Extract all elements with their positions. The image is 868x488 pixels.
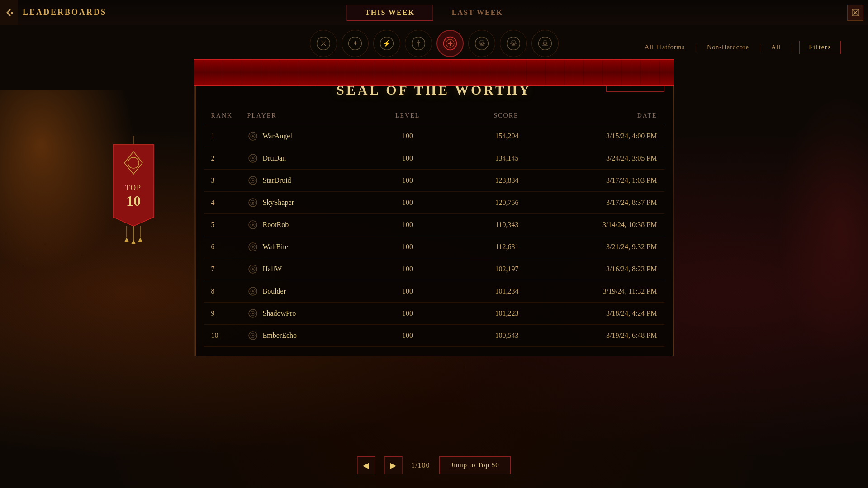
svg-point-47 (252, 157, 254, 159)
svg-text:TOP: TOP (125, 184, 142, 191)
necromancer-icon: † (410, 35, 427, 52)
jump-top50-button[interactable]: Jump to Top 50 (439, 456, 511, 474)
table-body: 1 WarAngel 100 154,204 3/15/24, 4:00 PM … (204, 125, 664, 347)
player-name: StarDruid (263, 176, 291, 185)
player-class-icon (247, 308, 258, 319)
player-name: WarAngel (263, 132, 292, 140)
table-row[interactable]: 9 ShadowPro 100 101,223 3/18/24, 4:24 PM (204, 303, 664, 325)
svg-text:10: 10 (126, 193, 141, 209)
table-row[interactable]: 8 Boulder 100 101,234 3/19/24, 11:32 PM (204, 280, 664, 303)
svg-marker-0 (6, 9, 11, 16)
level-cell: 100 (368, 125, 446, 147)
skull3-icon: ☠ (537, 35, 553, 52)
player-cell: ShadowPro (240, 303, 369, 325)
table-row[interactable]: 4 SkyShaper 100 120,756 3/17/24, 8:37 PM (204, 192, 664, 214)
filter-all-platforms[interactable]: All Platforms (641, 42, 688, 53)
svg-point-68 (252, 313, 254, 314)
class-icon-skull3[interactable]: ☠ (531, 30, 559, 57)
class-icon-skull2[interactable]: ☠ (500, 30, 527, 57)
rank-cell: 6 (204, 236, 240, 258)
table-row[interactable]: 5 RootRob 100 119,343 3/14/24, 10:38 PM (204, 214, 664, 236)
player-cell: HallW (240, 258, 369, 280)
leaderboard-table-wrapper: Rank Player Level Score Date 1 (195, 107, 674, 356)
level-cell: 100 (368, 170, 446, 192)
class-icon-rogue[interactable]: ⚡ (373, 30, 400, 57)
date-cell: 3/19/24, 11:32 PM (526, 280, 664, 303)
class-icon-necromancer[interactable]: † (405, 30, 432, 57)
score-cell: 112,631 (447, 236, 526, 258)
player-class-icon (247, 264, 258, 275)
table-row[interactable]: 10 EmberEcho 100 100,543 3/19/24, 6:48 P… (204, 325, 664, 347)
player-class-icon (247, 330, 258, 341)
skull1-icon: ☠ (474, 35, 490, 52)
class-icon-sorcerer[interactable]: ✦ (342, 30, 369, 57)
filter-all[interactable]: All (768, 42, 784, 53)
rank-cell: 4 (204, 192, 240, 214)
arrow-icon (5, 8, 14, 17)
class-icon-skull1[interactable]: ☠ (468, 30, 495, 57)
svg-point-44 (252, 135, 254, 137)
score-cell: 102,197 (447, 258, 526, 280)
rank-cell: 9 (204, 303, 240, 325)
header-date: Date (526, 107, 664, 125)
header-level: Level (368, 107, 446, 125)
table-row[interactable]: 2 DruDan 100 134,145 3/24/24, 3:05 PM (204, 147, 664, 170)
player-cell: SkyShaper (240, 192, 369, 214)
class-icon-barbarian[interactable]: ⚔ (310, 30, 337, 57)
leaderboard-table: Rank Player Level Score Date 1 (204, 107, 664, 347)
prev-page-button[interactable]: ◀ (357, 456, 375, 474)
score-cell: 100,543 (447, 325, 526, 347)
table-row[interactable]: 6 WaltBite 100 112,631 3/21/24, 9:32 PM (204, 236, 664, 258)
player-class-icon (247, 153, 258, 164)
top-navigation: LEADERBOARDS THIS WEEK LAST WEEK (0, 0, 868, 25)
table-row[interactable]: 3 StarDruid 100 123,834 3/17/24, 1:03 PM (204, 170, 664, 192)
svg-point-59 (252, 246, 254, 248)
red-decorative-banner (194, 59, 674, 86)
score-cell: 123,834 (447, 170, 526, 192)
rank-cell: 8 (204, 280, 240, 303)
svg-text:†: † (416, 39, 420, 48)
tab-last-week[interactable]: LAST WEEK (433, 5, 522, 21)
table-row[interactable]: 7 HallW 100 102,197 3/16/24, 8:23 PM (204, 258, 664, 280)
tab-this-week[interactable]: THIS WEEK (346, 5, 433, 21)
rank-cell: 5 (204, 214, 240, 236)
date-cell: 3/16/24, 8:23 PM (526, 258, 664, 280)
filters-button[interactable]: Filters (799, 41, 841, 54)
svg-text:☠: ☠ (541, 39, 549, 48)
player-class-icon (247, 131, 258, 142)
separator-3: | (791, 43, 792, 52)
next-page-button[interactable]: ▶ (384, 456, 402, 474)
rank-cell: 3 (204, 170, 240, 192)
player-name: EmberEcho (263, 332, 297, 340)
svg-text:✤: ✤ (447, 41, 452, 47)
score-cell: 134,145 (447, 147, 526, 170)
app-title: LEADERBOARDS (18, 8, 107, 17)
svg-marker-41 (138, 237, 142, 242)
class-icon-druid[interactable]: ✤ (436, 30, 464, 57)
platform-filters: All Platforms | Non-Hardcore | All | Fil… (641, 41, 841, 54)
date-cell: 3/19/24, 6:48 PM (526, 325, 664, 347)
svg-text:⚔: ⚔ (320, 39, 327, 47)
level-cell: 100 (368, 214, 446, 236)
exit-button[interactable] (847, 5, 863, 21)
player-cell: DruDan (240, 147, 369, 170)
level-cell: 100 (368, 192, 446, 214)
nav-back-arrow[interactable] (0, 0, 18, 25)
player-name: SkyShaper (263, 199, 294, 207)
sorcerer-icon: ✦ (347, 35, 363, 52)
date-cell: 3/21/24, 9:32 PM (526, 236, 664, 258)
svg-text:☠: ☠ (510, 39, 517, 48)
player-name: ShadowPro (263, 309, 296, 317)
table-row[interactable]: 1 WarAngel 100 154,204 3/15/24, 4:00 PM (204, 125, 664, 147)
score-cell: 154,204 (447, 125, 526, 147)
score-cell: 101,223 (447, 303, 526, 325)
filter-non-hardcore[interactable]: Non-Hardcore (703, 42, 753, 53)
player-name: WaltBite (263, 243, 288, 251)
svg-marker-37 (124, 237, 129, 242)
svg-point-71 (252, 335, 254, 336)
rank-cell: 2 (204, 147, 240, 170)
player-class-icon (247, 219, 258, 230)
player-cell: EmberEcho (240, 325, 369, 347)
rogue-icon: ⚡ (379, 35, 395, 52)
pagination: ◀ ▶ 1/100 Jump to Top 50 (357, 456, 511, 474)
